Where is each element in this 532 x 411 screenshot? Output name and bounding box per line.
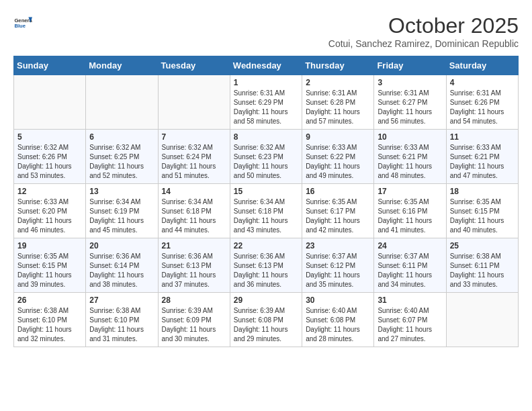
location-subtitle: Cotui, Sanchez Ramirez, Dominican Republ…: [328, 38, 519, 49]
calendar-cell: 17Sunrise: 6:35 AMSunset: 6:16 PMDayligh…: [374, 184, 446, 238]
calendar-cell: 13Sunrise: 6:34 AMSunset: 6:19 PMDayligh…: [86, 184, 158, 238]
weekday-header: Wednesday: [230, 56, 302, 75]
day-info: Sunrise: 6:39 AMSunset: 6:08 PMDaylight:…: [234, 306, 298, 344]
calendar-cell: 4Sunrise: 6:31 AMSunset: 6:26 PMDaylight…: [446, 75, 518, 130]
logo: General Blue: [13, 13, 32, 32]
calendar-cell: 3Sunrise: 6:31 AMSunset: 6:27 PMDaylight…: [374, 75, 446, 130]
calendar-cell: 30Sunrise: 6:40 AMSunset: 6:08 PMDayligh…: [302, 293, 374, 347]
calendar-cell: 24Sunrise: 6:37 AMSunset: 6:11 PMDayligh…: [374, 238, 446, 293]
day-info: Sunrise: 6:36 AMSunset: 6:14 PMDaylight:…: [89, 252, 154, 289]
calendar-cell: 28Sunrise: 6:39 AMSunset: 6:09 PMDayligh…: [158, 293, 230, 347]
day-info: Sunrise: 6:37 AMSunset: 6:11 PMDaylight:…: [378, 252, 442, 289]
day-info: Sunrise: 6:37 AMSunset: 6:12 PMDaylight:…: [306, 252, 370, 289]
day-number: 4: [450, 78, 515, 87]
day-info: Sunrise: 6:36 AMSunset: 6:13 PMDaylight:…: [234, 252, 298, 289]
day-number: 14: [162, 187, 226, 196]
day-info: Sunrise: 6:32 AMSunset: 6:23 PMDaylight:…: [234, 143, 298, 181]
calendar-cell: 18Sunrise: 6:35 AMSunset: 6:15 PMDayligh…: [446, 184, 518, 238]
calendar-cell: 7Sunrise: 6:32 AMSunset: 6:24 PMDaylight…: [158, 130, 230, 184]
calendar-week-row: 19Sunrise: 6:35 AMSunset: 6:15 PMDayligh…: [14, 238, 519, 293]
day-info: Sunrise: 6:35 AMSunset: 6:16 PMDaylight:…: [378, 197, 442, 235]
day-number: 25: [450, 241, 515, 250]
day-number: 28: [162, 295, 226, 305]
svg-text:Blue: Blue: [14, 23, 26, 29]
calendar-week-row: 1Sunrise: 6:31 AMSunset: 6:29 PMDaylight…: [14, 75, 519, 130]
day-info: Sunrise: 6:38 AMSunset: 6:11 PMDaylight:…: [450, 252, 515, 289]
day-info: Sunrise: 6:35 AMSunset: 6:17 PMDaylight:…: [306, 197, 370, 235]
calendar-cell: 31Sunrise: 6:40 AMSunset: 6:07 PMDayligh…: [374, 293, 446, 347]
day-number: 12: [17, 187, 82, 196]
day-number: 13: [89, 187, 154, 196]
calendar-cell: [446, 293, 518, 347]
day-info: Sunrise: 6:40 AMSunset: 6:07 PMDaylight:…: [378, 306, 442, 344]
calendar-cell: 23Sunrise: 6:37 AMSunset: 6:12 PMDayligh…: [302, 238, 374, 293]
day-info: Sunrise: 6:34 AMSunset: 6:18 PMDaylight:…: [162, 197, 226, 235]
day-info: Sunrise: 6:32 AMSunset: 6:25 PMDaylight:…: [89, 143, 154, 181]
calendar-cell: 14Sunrise: 6:34 AMSunset: 6:18 PMDayligh…: [158, 184, 230, 238]
weekday-header: Thursday: [302, 56, 374, 75]
day-info: Sunrise: 6:34 AMSunset: 6:18 PMDaylight:…: [234, 197, 298, 235]
day-info: Sunrise: 6:35 AMSunset: 6:15 PMDaylight:…: [17, 252, 82, 289]
logo-icon: General Blue: [13, 13, 32, 32]
calendar-table: SundayMondayTuesdayWednesdayThursdayFrid…: [13, 56, 519, 347]
calendar-week-row: 12Sunrise: 6:33 AMSunset: 6:20 PMDayligh…: [14, 184, 519, 238]
day-info: Sunrise: 6:31 AMSunset: 6:29 PMDaylight:…: [234, 89, 298, 126]
day-info: Sunrise: 6:33 AMSunset: 6:20 PMDaylight:…: [17, 197, 82, 235]
day-number: 23: [306, 241, 370, 250]
calendar-cell: 2Sunrise: 6:31 AMSunset: 6:28 PMDaylight…: [302, 75, 374, 130]
calendar-cell: 21Sunrise: 6:36 AMSunset: 6:13 PMDayligh…: [158, 238, 230, 293]
weekday-header: Saturday: [446, 56, 518, 75]
calendar-cell: 27Sunrise: 6:38 AMSunset: 6:10 PMDayligh…: [86, 293, 158, 347]
day-number: 10: [378, 132, 442, 142]
calendar-cell: 26Sunrise: 6:38 AMSunset: 6:10 PMDayligh…: [14, 293, 86, 347]
day-info: Sunrise: 6:39 AMSunset: 6:09 PMDaylight:…: [162, 306, 226, 344]
day-number: 27: [89, 295, 154, 305]
day-info: Sunrise: 6:31 AMSunset: 6:27 PMDaylight:…: [378, 89, 442, 126]
calendar-cell: 22Sunrise: 6:36 AMSunset: 6:13 PMDayligh…: [230, 238, 302, 293]
day-info: Sunrise: 6:40 AMSunset: 6:08 PMDaylight:…: [306, 306, 370, 344]
day-info: Sunrise: 6:38 AMSunset: 6:10 PMDaylight:…: [17, 306, 82, 344]
day-number: 30: [306, 295, 370, 305]
day-info: Sunrise: 6:31 AMSunset: 6:26 PMDaylight:…: [450, 89, 515, 126]
day-number: 3: [378, 78, 442, 87]
day-info: Sunrise: 6:33 AMSunset: 6:21 PMDaylight:…: [378, 143, 442, 181]
day-info: Sunrise: 6:35 AMSunset: 6:15 PMDaylight:…: [450, 197, 515, 235]
day-number: 19: [17, 241, 82, 250]
day-number: 26: [17, 295, 82, 305]
day-number: 17: [378, 187, 442, 196]
calendar-cell: 11Sunrise: 6:33 AMSunset: 6:21 PMDayligh…: [446, 130, 518, 184]
calendar-cell: 5Sunrise: 6:32 AMSunset: 6:26 PMDaylight…: [14, 130, 86, 184]
title-section: October 2025 Cotui, Sanchez Ramirez, Dom…: [328, 13, 519, 49]
page-header: General Blue October 2025 Cotui, Sanchez…: [13, 13, 519, 49]
day-number: 15: [234, 187, 298, 196]
calendar-cell: [86, 75, 158, 130]
weekday-header: Sunday: [14, 56, 86, 75]
weekday-header: Tuesday: [158, 56, 230, 75]
calendar-cell: 29Sunrise: 6:39 AMSunset: 6:08 PMDayligh…: [230, 293, 302, 347]
calendar-cell: [14, 75, 86, 130]
day-number: 20: [89, 241, 154, 250]
day-info: Sunrise: 6:32 AMSunset: 6:26 PMDaylight:…: [17, 143, 82, 181]
weekday-header: Friday: [374, 56, 446, 75]
weekday-header: Monday: [86, 56, 158, 75]
day-number: 5: [17, 132, 82, 142]
day-number: 9: [306, 132, 370, 142]
calendar-cell: 19Sunrise: 6:35 AMSunset: 6:15 PMDayligh…: [14, 238, 86, 293]
day-number: 16: [306, 187, 370, 196]
day-info: Sunrise: 6:32 AMSunset: 6:24 PMDaylight:…: [162, 143, 226, 181]
calendar-cell: 8Sunrise: 6:32 AMSunset: 6:23 PMDaylight…: [230, 130, 302, 184]
day-number: 11: [450, 132, 515, 142]
day-info: Sunrise: 6:34 AMSunset: 6:19 PMDaylight:…: [89, 197, 154, 235]
day-number: 2: [306, 78, 370, 87]
calendar-week-row: 5Sunrise: 6:32 AMSunset: 6:26 PMDaylight…: [14, 130, 519, 184]
calendar-cell: 1Sunrise: 6:31 AMSunset: 6:29 PMDaylight…: [230, 75, 302, 130]
day-info: Sunrise: 6:33 AMSunset: 6:21 PMDaylight:…: [450, 143, 515, 181]
day-number: 24: [378, 241, 442, 250]
day-info: Sunrise: 6:33 AMSunset: 6:22 PMDaylight:…: [306, 143, 370, 181]
calendar-cell: 9Sunrise: 6:33 AMSunset: 6:22 PMDaylight…: [302, 130, 374, 184]
day-number: 22: [234, 241, 298, 250]
day-number: 21: [162, 241, 226, 250]
calendar-cell: [158, 75, 230, 130]
day-number: 18: [450, 187, 515, 196]
calendar-week-row: 26Sunrise: 6:38 AMSunset: 6:10 PMDayligh…: [14, 293, 519, 347]
